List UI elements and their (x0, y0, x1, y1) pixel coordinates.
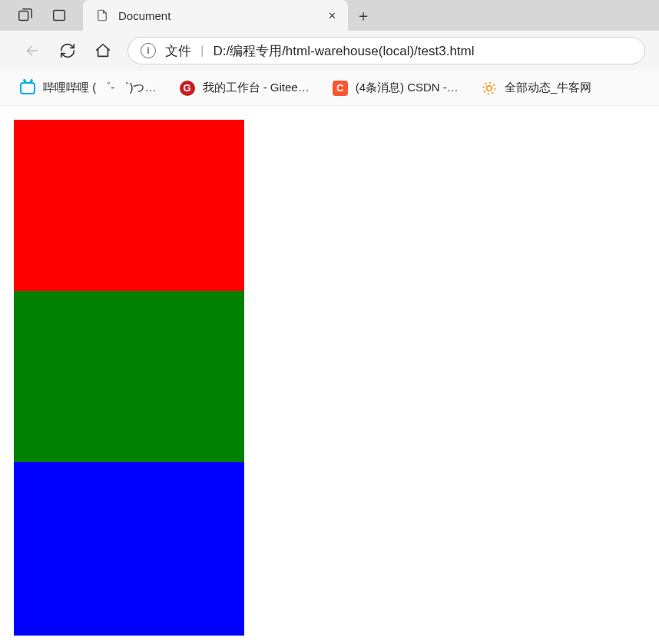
window-controls (0, 0, 83, 31)
bookmark-label: (4条消息) CSDN -… (356, 81, 459, 95)
bookmark-label: 全部动态_牛客网 (505, 81, 591, 95)
blue-block (14, 462, 244, 636)
plus-icon: ＋ (356, 5, 371, 26)
document-icon (95, 8, 109, 22)
bookmark-bilibili[interactable]: 哔哩哔哩 ( ゜- ゜)つ… (15, 78, 161, 99)
refresh-button[interactable] (57, 40, 78, 61)
site-info-icon[interactable]: i (141, 43, 156, 58)
gitee-icon: G (180, 81, 195, 96)
address-path: D:/编程专用/html-warehouse(local)/test3.html (213, 42, 474, 60)
browser-tab-active[interactable]: Document ✕ (83, 0, 348, 31)
svg-point-3 (483, 82, 495, 94)
address-bar[interactable]: i 文件 | D:/编程专用/html-warehouse(local)/tes… (127, 37, 645, 64)
bookmark-label: 哔哩哔哩 ( ゜- ゜)つ… (43, 81, 157, 95)
page-viewport (0, 106, 659, 636)
bookmarks-bar: 哔哩哔哩 ( ゜- ゜)つ… G 我的工作台 - Gitee… C (4条消息)… (0, 71, 659, 106)
workspaces-icon[interactable] (51, 7, 68, 24)
bookmark-csdn[interactable]: C (4条消息) CSDN -… (328, 78, 463, 99)
address-protocol-label: 文件 (165, 42, 191, 60)
browser-toolbar: i 文件 | D:/编程专用/html-warehouse(local)/tes… (0, 31, 659, 71)
close-icon: ✕ (328, 10, 336, 21)
red-block (14, 120, 244, 291)
home-button[interactable] (92, 40, 114, 61)
svg-rect-1 (54, 11, 65, 21)
close-tab-button[interactable]: ✕ (325, 8, 339, 22)
svg-rect-0 (19, 12, 28, 21)
new-tab-button[interactable]: ＋ (348, 0, 379, 31)
browser-tab-strip: Document ✕ ＋ (0, 0, 659, 31)
csdn-icon: C (333, 81, 348, 96)
bilibili-icon (20, 81, 35, 96)
svg-point-2 (487, 85, 492, 91)
tab-title: Document (118, 9, 316, 22)
green-block (14, 291, 244, 462)
bookmark-label: 我的工作台 - Gitee… (203, 81, 310, 95)
nowcoder-icon (482, 81, 497, 96)
bookmark-gitee[interactable]: G 我的工作台 - Gitee… (175, 78, 314, 99)
bookmark-nowcoder[interactable]: 全部动态_牛客网 (477, 78, 596, 99)
back-button[interactable] (22, 40, 43, 61)
tab-actions-icon[interactable] (17, 7, 34, 24)
color-stack (14, 120, 244, 636)
address-separator: | (200, 43, 204, 58)
